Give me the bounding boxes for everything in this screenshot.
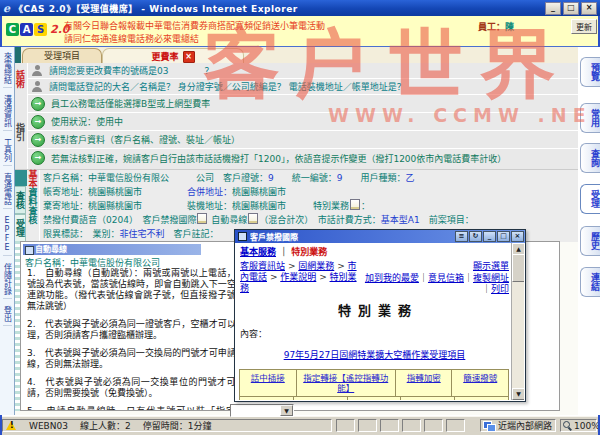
popup-title-bar[interactable]: 客戶禁撥國際 ≡ ↻ _ □ ×	[235, 230, 525, 243]
magnifier-icon	[563, 421, 572, 430]
popup-heading: 特別業務	[240, 300, 509, 319]
scrollbar-thumb[interactable]	[512, 254, 524, 282]
guide-text: 若無法核對正確，婉請客戶自行由該市話話機撥打「1200」，依語音提示作變更（撥打…	[51, 152, 506, 165]
profile-side-tabs: 查核 受理	[14, 170, 27, 242]
text-segment: 桃園縣桃園市	[232, 187, 286, 197]
close-button[interactable]: ×	[581, 2, 597, 15]
left-rail-item[interactable]: 直通電話	[3, 170, 12, 209]
scripts-label: 話術	[14, 63, 28, 95]
left-rail-item[interactable]: EPFE	[3, 213, 12, 256]
text-link[interactable]: 作業說明	[280, 272, 316, 282]
text-segment: 基本型A1	[381, 215, 420, 225]
text-segment: 帳寄地址：桃園縣桃園市	[43, 187, 142, 197]
text-segment: 特別業務	[286, 201, 349, 211]
popup-refresh-button[interactable]: ↻	[469, 231, 482, 242]
popup-window-icon	[238, 232, 247, 241]
window-title: 《CAS 2.0》【受理值機席】 - Windows Internet Expl…	[14, 2, 545, 15]
ie-window: e 《CAS 2.0》【受理值機席】 - Windows Internet Ex…	[0, 0, 600, 435]
tab-preview[interactable]: 預覽	[580, 57, 600, 87]
person-icon	[31, 81, 43, 92]
popup-tab-separator: ｜	[279, 247, 288, 257]
tab-accept-items[interactable]: 受理項目	[22, 48, 102, 64]
text-segment: 前案項目：	[420, 215, 474, 225]
text-segment: 限異標誌： 業別：	[43, 229, 120, 239]
arrow-icon: →	[31, 133, 45, 147]
popup-menu-button[interactable]: ≡	[455, 231, 468, 242]
left-rail-item[interactable]: 登出	[3, 303, 12, 326]
text-link[interactable]: 意見信箱	[428, 273, 464, 283]
label-basic: 基本	[27, 170, 40, 188]
service-link[interactable]: 勿干擾	[347, 396, 402, 400]
chevron-down-icon[interactable]: ▼	[280, 405, 293, 416]
text-segment: 乙	[406, 173, 415, 183]
text-link[interactable]: 加到我的最愛	[365, 273, 419, 283]
text-segment: 客戶註記：	[165, 229, 219, 239]
tab-close-icon[interactable]: ×	[183, 51, 195, 63]
service-link[interactable]: 簡速撥號	[451, 369, 509, 397]
service-link[interactable]: 三方通話	[293, 396, 348, 400]
script-text: 請問電話登記的大名／名稱是？ 身分證字號／公司統編是？ 電話裝機地址／帳單地址是…	[49, 80, 406, 93]
popup-scrollbar[interactable]: ▲ ▼	[511, 243, 524, 400]
status-panel	[402, 419, 421, 432]
tab-query[interactable]: 查詢	[580, 143, 600, 173]
guide-text: 員工公務電話僅能選擇B型或上網型費率	[51, 97, 210, 110]
left-rail-item[interactable]: 溝通資訊	[3, 92, 12, 131]
left-rail-item[interactable]: 伴隨計錄	[3, 260, 12, 299]
service-link[interactable]: 話中插接	[239, 369, 297, 397]
service-link[interactable]: 按時叫醒	[239, 396, 294, 400]
text-segment: 公司 客戶證號：	[169, 173, 268, 183]
maximize-button[interactable]: □	[563, 2, 579, 15]
popup-tabs: 基本服務 ｜ 特別業務	[240, 245, 509, 258]
refresh-button[interactable]: 更新	[571, 19, 597, 34]
notes-list: 1. 自動尋線（自動跳號）：兩號或兩號以上電話，某號設為代表號，當該號佔線時，即…	[27, 268, 245, 411]
popup-minimize-button[interactable]: _	[483, 231, 496, 242]
tab-links[interactable]: 連結	[580, 267, 600, 297]
scroll-down-icon[interactable]: ▼	[512, 388, 524, 400]
employee-label: 員工：	[478, 22, 505, 32]
popup-tab-basic[interactable]: 基本服務	[240, 247, 276, 257]
note-icon	[197, 213, 207, 224]
profile-row: 禁撥付費語音（0204） 客戶禁撥國際 自動尋線（混合計次） 市話計費方式：基本…	[39, 213, 578, 227]
popup-tab-special[interactable]: 特別業務	[291, 247, 327, 257]
profile-row: 棄寄地址：桃園縣桃園市 裝機地址：桃園縣桃園市 特別業務：	[39, 199, 578, 213]
service-link[interactable]: 自動尋線	[454, 396, 509, 400]
note-icon	[248, 213, 258, 224]
ie-icon: e	[3, 2, 10, 15]
guide-text: 使用狀況：使用中	[51, 115, 123, 128]
tab-change-rate[interactable]: 更費率 ×	[102, 48, 244, 64]
tab-strip: 受理項目 更費率 ×	[14, 47, 578, 64]
left-rail: 來電總結溝通資訊工具列直通電話EPFE伴隨計錄登出	[0, 47, 15, 415]
minimize-button[interactable]: _	[545, 2, 561, 15]
tab-history[interactable]: 歷史	[580, 226, 600, 256]
popup-maximize-button[interactable]: □	[497, 231, 510, 242]
tab-accept[interactable]: 受理	[580, 184, 600, 214]
combo-box[interactable]: ▼	[230, 404, 294, 417]
text-link[interactable]: 客服資訊站	[240, 261, 285, 271]
text-link[interactable]: 固網業務	[298, 261, 334, 271]
announcement-banner: C A S 2.0 有關今日聯合報報載中華電信消費券商搭配寬頻促銷送小筆電活動 …	[0, 16, 600, 47]
tab-common[interactable]: 常用	[580, 103, 600, 133]
service-link[interactable]: 指定轉接【遙控指轉功能】	[296, 369, 396, 397]
popup-close-button[interactable]: ×	[511, 231, 524, 242]
guide-text: 核對客戶資料（客戶名稱、證號、裝址／帳址）	[51, 133, 240, 146]
status-zoom[interactable]: 100% ▼	[560, 419, 597, 432]
service-link[interactable]: 指轉加密	[395, 369, 453, 397]
service-link[interactable]: 直通電話	[400, 396, 455, 400]
text-segment: ｜	[464, 273, 473, 283]
status-panel	[336, 419, 355, 432]
text-link[interactable]: 複製網址	[473, 273, 509, 283]
table-row: 按時叫醒三方通話勿干擾直通電話自動尋線	[240, 396, 509, 400]
background-window-titlebar[interactable]: 自動尋線	[23, 244, 201, 255]
show-menu-link[interactable]: 顯示選單	[358, 261, 509, 272]
window-controls: _ □ ×	[545, 2, 597, 15]
status-panel	[446, 419, 465, 432]
text-link[interactable]: 列印	[491, 284, 509, 294]
left-rail-item[interactable]: 工具列	[3, 135, 12, 166]
side-tab-accept[interactable]: 受理	[14, 214, 26, 242]
zoom-level: 100%	[574, 421, 600, 431]
scripts-section: 話術 請問您要更改費率的號碼是03 ？ 請問電話登記的大名／名稱是？ 身分證字號…	[14, 63, 578, 95]
bulletin-link[interactable]: 97年5月27日固網特業擴大空櫃作業受理項目	[240, 348, 509, 361]
left-rail-item[interactable]: 來電總結	[3, 49, 12, 88]
text-segment: >	[316, 272, 329, 282]
side-tab-check[interactable]: 查核	[14, 186, 26, 214]
